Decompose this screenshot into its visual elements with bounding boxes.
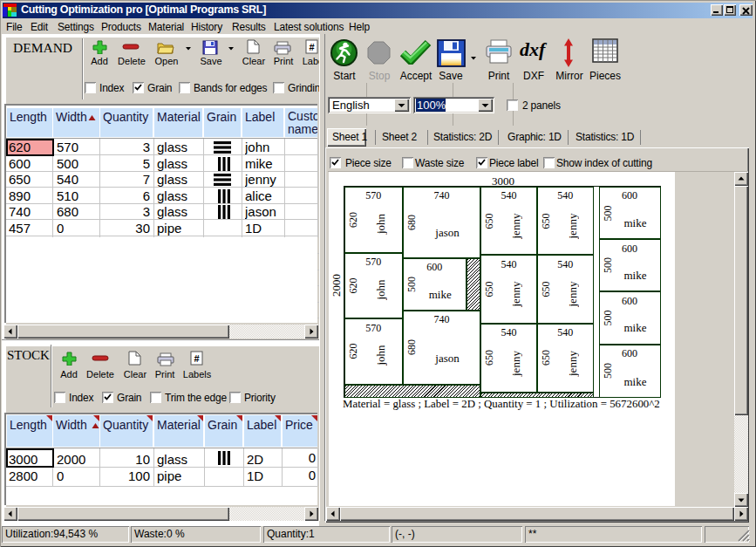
svg-text:#: # <box>309 42 314 52</box>
svg-text:#: # <box>194 353 199 364</box>
